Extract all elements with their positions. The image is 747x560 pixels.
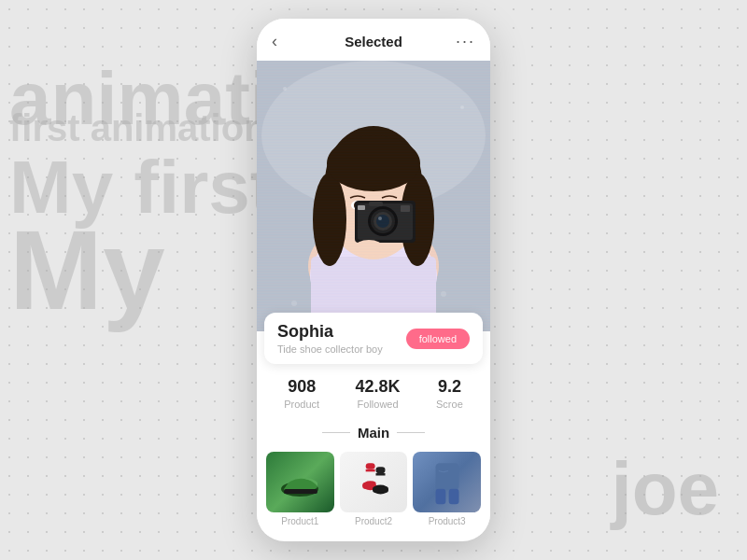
phone-mockup: ‹ Selected ··· xyxy=(257,19,490,541)
product-thumb-2 xyxy=(340,452,408,512)
product-thumb-3 xyxy=(413,452,481,512)
hero-image xyxy=(257,61,490,331)
svg-rect-45 xyxy=(376,473,386,476)
stat-product-value: 908 xyxy=(284,377,319,397)
stat-score: 9.2 Scroe xyxy=(436,377,463,410)
svg-rect-39 xyxy=(366,463,375,469)
stat-score-value: 9.2 xyxy=(436,377,463,397)
more-button[interactable]: ··· xyxy=(453,32,475,51)
section-header: Main xyxy=(257,415,490,448)
stat-product: 908 Product xyxy=(284,377,319,410)
product-image-2 xyxy=(340,452,408,512)
stat-followed: 42.8K Followed xyxy=(356,377,401,410)
svg-rect-32 xyxy=(257,61,490,331)
product-item-3[interactable]: Product3 xyxy=(413,452,481,526)
product-image-1 xyxy=(266,452,334,512)
product-thumb-1 xyxy=(266,452,334,512)
product-label-3: Product3 xyxy=(413,516,481,526)
svg-rect-40 xyxy=(366,469,375,471)
stats-row: 908 Product 42.8K Followed 9.2 Scroe xyxy=(257,364,490,415)
bg-text-joe: joe xyxy=(611,446,719,532)
svg-rect-51 xyxy=(448,488,458,504)
section-line-right xyxy=(397,432,425,433)
stat-product-label: Product xyxy=(284,399,319,410)
stat-followed-value: 42.8K xyxy=(356,377,401,397)
bg-text-my-first: My first xyxy=(9,145,275,231)
svg-rect-48 xyxy=(435,463,458,490)
profile-info: Sophia Tide shoe collector boy xyxy=(277,322,383,355)
product-item-1[interactable]: Product1 xyxy=(266,452,334,526)
phone-header: ‹ Selected ··· xyxy=(257,19,490,61)
product-item-2[interactable]: Product2 xyxy=(340,452,408,526)
product-image-3 xyxy=(413,452,481,512)
product-label-2: Product2 xyxy=(340,516,408,526)
followed-button[interactable]: followed xyxy=(406,329,470,349)
bg-text-my: My xyxy=(9,205,165,334)
profile-subtitle: Tide shoe collector boy xyxy=(277,343,383,355)
product-label-1: Product1 xyxy=(266,516,334,526)
profile-name: Sophia xyxy=(277,322,383,342)
stat-score-label: Scroe xyxy=(436,399,463,410)
stat-followed-label: Followed xyxy=(356,399,401,410)
svg-rect-47 xyxy=(373,486,388,493)
section-line-left xyxy=(322,432,350,433)
svg-rect-44 xyxy=(376,467,386,473)
back-button[interactable]: ‹ xyxy=(272,32,294,51)
profile-card: Sophia Tide shoe collector boy followed xyxy=(264,313,483,364)
header-title: Selected xyxy=(294,34,453,49)
svg-rect-50 xyxy=(435,488,445,504)
bg-text-first-animation: first animation xyxy=(9,107,267,149)
section-title: Main xyxy=(358,425,389,441)
products-row: Product1 xyxy=(257,448,490,536)
svg-rect-37 xyxy=(284,489,317,494)
